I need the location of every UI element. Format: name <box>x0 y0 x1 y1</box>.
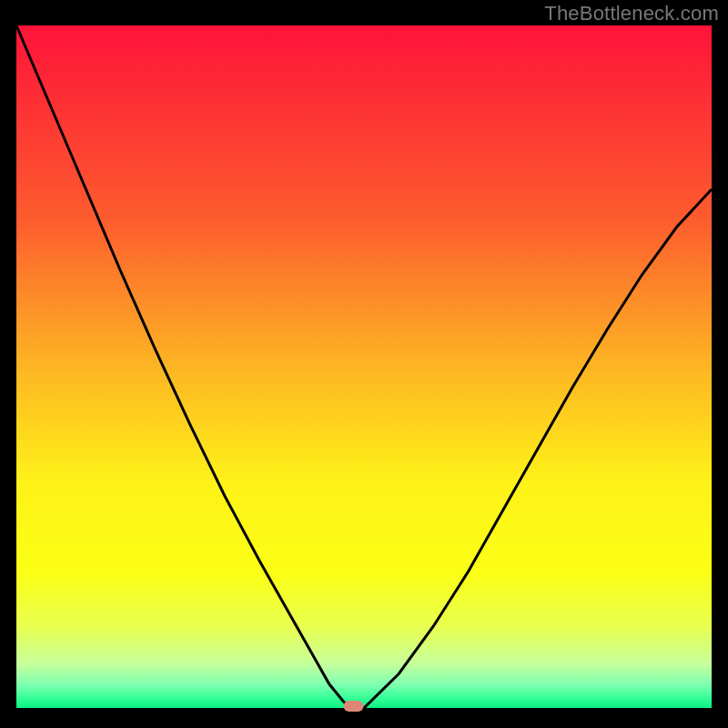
chart-svg <box>0 0 728 728</box>
chart-container: TheBottleneck.com <box>0 0 728 728</box>
watermark-text: TheBottleneck.com <box>544 2 719 25</box>
optimal-marker <box>344 701 364 712</box>
plot-area <box>16 25 712 708</box>
